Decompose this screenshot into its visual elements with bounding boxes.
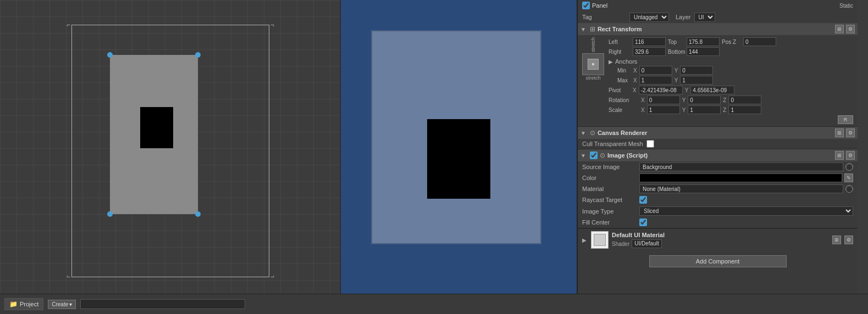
rect-fields: Left Top Pos Z Right Bottom (609, 37, 853, 124)
canvas-renderer-section: ▼ ⊙ Canvas Renderer ⊞ ⚙ Cull Transparent… (578, 127, 858, 149)
bottom-input[interactable] (687, 47, 720, 56)
min-x-input[interactable] (639, 66, 672, 75)
create-arrow-icon: ▾ (69, 301, 72, 307)
top-input[interactable] (687, 37, 720, 46)
min-label: Min (617, 68, 631, 74)
rect-row2: Right Bottom (609, 47, 853, 56)
raycast-checkbox[interactable] (639, 196, 647, 204)
image-type-dropdown[interactable]: Sliced (639, 206, 853, 216)
left-input[interactable] (633, 37, 666, 46)
stretch-icon[interactable] (582, 53, 604, 75)
layer-dropdown[interactable]: UI (694, 13, 715, 22)
bottom-bar: 📁 Project Create ▾ (0, 294, 868, 314)
rect-transform-body: stretch stretch Left Top (578, 35, 858, 126)
layer-label: Layer (676, 14, 691, 20)
add-component-button[interactable]: Add Component (649, 255, 787, 267)
anchors-arrow: ▶ (609, 59, 613, 65)
rect-transform-menu-btn[interactable]: ⊞ (835, 25, 844, 33)
pos-z-input[interactable] (743, 37, 776, 46)
fill-center-label: Fill Center (582, 219, 637, 226)
game-black-square (427, 119, 490, 199)
source-image-value: Background (639, 162, 843, 171)
right-label: Right (609, 49, 631, 55)
panel-label: Panel (592, 2, 607, 9)
anchors-min-row: Min X Y (609, 66, 853, 75)
scale-x-input[interactable] (647, 105, 680, 114)
bottom-label: Bottom (668, 49, 684, 55)
color-field[interactable] (639, 173, 842, 182)
rect-transform-settings-btn[interactable]: ⚙ (846, 25, 855, 33)
top-label: Top (668, 39, 684, 45)
rect-collapse-arrow: ▼ (580, 26, 586, 32)
material-target-btn[interactable]: ◎ (845, 185, 853, 193)
source-image-row: Source Image Background ◎ (578, 161, 858, 172)
image-script-menu-btn[interactable]: ⊞ (835, 151, 844, 160)
material-thumbnail (591, 231, 609, 249)
max-x-input[interactable] (639, 76, 672, 85)
cull-checkbox[interactable] (646, 140, 654, 148)
rect-transform-title: Rect Transform (598, 26, 833, 32)
handle-tr[interactable] (195, 52, 201, 58)
folder-icon: 📁 (9, 300, 18, 308)
create-button[interactable]: Create ▾ (48, 300, 76, 309)
min-y-input[interactable] (680, 66, 713, 75)
scale-label: Scale (609, 107, 639, 113)
project-tab[interactable]: 📁 Project (4, 298, 43, 310)
rot-y-input[interactable] (688, 96, 721, 104)
image-script-title: Image (Script) (607, 152, 833, 159)
material-inner (594, 234, 606, 246)
panel-top-row: Panel Static (578, 0, 858, 11)
color-edit-btn[interactable]: ✎ (844, 173, 853, 182)
right-input[interactable] (633, 47, 666, 56)
rect-transform-section: ▼ ⊞ Rect Transform ⊞ ⚙ stretch stretch (578, 23, 858, 127)
pivot-row: Pivot X Y (609, 86, 853, 94)
handle-br[interactable] (195, 211, 201, 217)
project-tab-label: Project (20, 301, 38, 307)
source-image-target-btn[interactable]: ◎ (845, 163, 853, 171)
tag-dropdown[interactable]: Untagged (629, 13, 669, 22)
canvas-section-icon: ⊙ (590, 129, 595, 137)
rect-transform-icon: ⊞ (590, 25, 595, 33)
rect-transform-header[interactable]: ▼ ⊞ Rect Transform ⊞ ⚙ (578, 23, 858, 35)
pivot-x-input[interactable] (639, 86, 683, 94)
image-script-section: ▼ ⊙ Image (Script) ⊞ ⚙ Source Image Back… (578, 149, 858, 228)
pivot-y-input[interactable] (690, 86, 734, 94)
material-menu-btn[interactable]: ⊞ (832, 236, 841, 244)
image-script-header[interactable]: ▼ ⊙ Image (Script) ⊞ ⚙ (578, 149, 858, 161)
shader-value: UI/Default (632, 239, 661, 248)
image-active-checkbox[interactable] (590, 152, 598, 159)
scale-y-input[interactable] (688, 105, 721, 114)
canvas-renderer-header[interactable]: ▼ ⊙ Canvas Renderer ⊞ ⚙ (578, 127, 858, 139)
project-search-input[interactable] (80, 299, 245, 309)
rect-r-btn[interactable]: R (838, 115, 853, 124)
material-settings-btn[interactable]: ⚙ (844, 236, 853, 244)
anchors-max-row: Max X Y (609, 76, 853, 85)
rot-x-input[interactable] (647, 96, 680, 104)
canvas-renderer-settings-btn[interactable]: ⚙ (846, 128, 855, 137)
game-panel (371, 30, 541, 244)
game-view (341, 0, 577, 294)
scale-z-input[interactable] (728, 105, 761, 114)
handle-tl[interactable] (107, 52, 113, 58)
canvas-renderer-menu-btn[interactable]: ⊞ (835, 128, 844, 137)
raycast-row: Raycast Target (578, 194, 858, 205)
scene-view[interactable]: ⌐ ⌐ ⌐ ⌐ (0, 0, 341, 294)
scale-row: Scale X Y Z (609, 105, 853, 114)
panel-active-checkbox[interactable] (582, 2, 590, 9)
fill-center-checkbox[interactable] (639, 218, 647, 226)
max-y-input[interactable] (680, 76, 713, 85)
static-label: Static (839, 3, 853, 9)
image-script-settings-btn[interactable]: ⚙ (846, 151, 855, 160)
anchors-header: ▶ Anchors (609, 58, 853, 65)
stretch-label-vert: stretch (590, 37, 596, 52)
rot-z-input[interactable] (728, 96, 761, 104)
default-material-section: ▶ Default UI Material Shader UI/Default … (578, 228, 858, 251)
tag-label: Tag (582, 14, 626, 20)
anchor-bl-icon: ⌐ (67, 273, 70, 281)
scene-inner-image-rect (110, 55, 198, 214)
pivot-label: Pivot (609, 87, 631, 93)
handle-bl[interactable] (107, 211, 113, 217)
tag-layer-row: Tag Untagged Layer UI (578, 11, 858, 23)
image-collapse-arrow: ▼ (580, 153, 586, 159)
raycast-label: Raycast Target (582, 197, 637, 203)
